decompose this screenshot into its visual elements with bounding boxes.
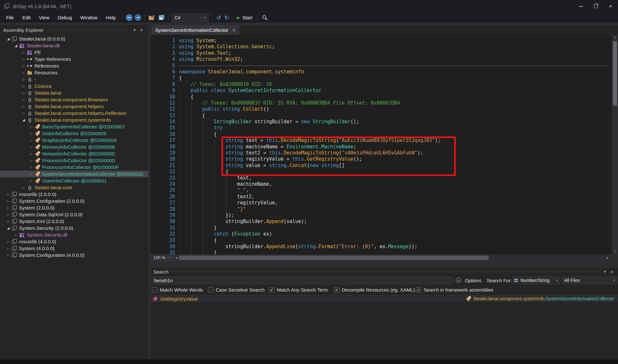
expander-icon[interactable]: ▷ (21, 58, 26, 61)
expander-icon[interactable]: ▷ (29, 166, 34, 169)
tree-item[interactable]: ▷GraphicsInfoCollector @0200000A (0, 137, 148, 144)
search-assemblies-icon[interactable] (262, 15, 267, 20)
tree-item[interactable]: ◢StealerJanai.dll (0, 42, 148, 49)
expander-icon[interactable]: ▷ (6, 206, 11, 210)
close-button[interactable]: × (603, 0, 618, 13)
expander-icon[interactable]: ▷ (29, 179, 34, 182)
scroll-down-icon[interactable]: ▼ (612, 249, 618, 254)
expander-icon[interactable]: ▷ (21, 51, 26, 54)
minimize-button[interactable] (574, 0, 588, 13)
tree-item[interactable]: ▷System.Security.dll (0, 231, 148, 238)
search-option-unchecked[interactable]: Match Whole Words (152, 286, 203, 294)
expander-icon[interactable]: ▷ (21, 186, 26, 189)
tree-item[interactable]: ▷UserInfoCollector @02000011 (0, 177, 148, 184)
panel-chevron-down-icon[interactable]: ▾ (131, 28, 138, 32)
expander-icon[interactable]: ◢ (6, 37, 11, 41)
expander-icon[interactable]: ▷ (29, 125, 34, 128)
panel-close-icon[interactable]: × (608, 269, 615, 275)
editor-horizontal-scrollbar[interactable] (179, 256, 605, 260)
expander-icon[interactable]: ▷ (29, 159, 34, 162)
options-collapse-icon[interactable]: ∧ (456, 277, 461, 283)
tree-item[interactable]: ▷System.Configuration (4.0.0.0) (0, 252, 148, 258)
expander-icon[interactable]: ▷ (6, 200, 11, 203)
expander-icon[interactable]: ◢ (14, 44, 18, 47)
save-all-button[interactable] (159, 15, 164, 20)
search-result-row[interactable]: GetRegistryValue StealerJanai.component.… (151, 295, 618, 302)
tree-item[interactable]: ▷DiskInfoCollector @02000008 (0, 130, 148, 137)
expander-icon[interactable]: ▷ (29, 132, 34, 135)
expander-icon[interactable]: ▷ (6, 220, 11, 223)
expander-icon[interactable]: ▷ (21, 78, 26, 81)
menu-help[interactable]: Help (102, 13, 120, 23)
menu-edit[interactable]: Edit (18, 13, 35, 23)
restore-button[interactable] (588, 0, 603, 13)
editor-vertical-scrollbar[interactable]: ▲ ▼ (612, 35, 618, 254)
expander-icon[interactable]: ▷ (14, 233, 18, 237)
expander-icon[interactable]: ▷ (6, 213, 11, 216)
navigate-back-button[interactable]: ← (126, 14, 133, 21)
tree-item[interactable]: ▷{}StealerJanai (0, 89, 148, 96)
navigate-forward-button[interactable]: → (135, 14, 141, 21)
tab-systemsecretinformationcollector[interactable]: SystemSecretInformationCollector × (151, 25, 239, 35)
tree-item[interactable]: ▷{}- (0, 76, 148, 83)
tree-item[interactable]: ▷MemoryInfoCollector @0200000B (0, 144, 148, 150)
expander-icon[interactable]: ▷ (6, 247, 11, 250)
expander-icon[interactable]: ◢ (6, 226, 11, 230)
expander-icon[interactable]: ▷ (6, 240, 11, 243)
undo-button[interactable]: ↺ (216, 14, 221, 21)
tree-item[interactable]: ▷BasicSystemInfoCollector @02000007 (0, 123, 148, 130)
expander-icon[interactable]: ▷ (21, 64, 26, 68)
vertical-scroll-thumb[interactable] (613, 41, 617, 106)
language-select[interactable]: C# ▾ (172, 14, 209, 22)
tree-item[interactable]: ▷mscorlib (4.0.0.0) (0, 238, 148, 245)
tree-item[interactable]: ▷ProcessorInfoCollector @0200000F (0, 164, 148, 171)
expander-icon[interactable]: ▷ (29, 152, 34, 155)
horizontal-scroll-thumb[interactable] (179, 256, 489, 260)
scroll-up-icon[interactable]: ▲ (612, 35, 618, 40)
tree-item[interactable]: ◢System.Security (2.0.0.0) (0, 225, 148, 231)
expander-icon[interactable]: ▷ (29, 139, 34, 142)
expander-icon[interactable]: ▷ (21, 71, 26, 74)
tab-close-icon[interactable]: × (233, 27, 236, 33)
tree-item[interactable]: ◢{}StealerJanai.component.systeminfo (0, 117, 148, 123)
scroll-left-icon[interactable]: ◀ (174, 255, 179, 260)
expander-icon[interactable]: ▷ (29, 145, 34, 149)
panel-chevron-down-icon[interactable]: ▾ (602, 269, 608, 274)
expander-icon[interactable]: ▷ (6, 193, 11, 196)
file-scope-select[interactable]: All Files ▾ (562, 276, 617, 284)
expander-icon[interactable]: ◢ (21, 118, 26, 122)
tree-item[interactable]: ▷ProcessInfoCollector @0200000D (0, 157, 148, 164)
tree-item[interactable]: ▷{}StealerJanai.core (0, 184, 148, 191)
zoom-level-select[interactable]: 100 % ▾ (151, 255, 173, 261)
tree-item[interactable]: ▷PE (0, 49, 148, 56)
open-file-button[interactable] (149, 15, 155, 20)
tree-item[interactable]: ▷Type References (0, 56, 148, 62)
tree-item[interactable]: ▷System.Configuration (2.0.0.0) (0, 198, 148, 204)
expander-icon[interactable]: ▷ (29, 173, 34, 176)
expander-icon[interactable]: ▷ (21, 98, 26, 101)
search-option-checked[interactable]: ✓Decompile Resources (eg. XAML) (334, 286, 415, 294)
code-editor[interactable]: 1using System;2using System.Collections.… (151, 35, 612, 254)
expander-icon[interactable]: ▷ (21, 91, 26, 95)
expander-icon[interactable]: ▷ (21, 105, 26, 108)
tree-item[interactable]: ▷Resources (0, 69, 148, 76)
menu-window[interactable]: Window (76, 13, 101, 23)
scroll-right-icon[interactable]: ▶ (605, 255, 610, 260)
start-debug-button[interactable]: ▶ Start (237, 15, 253, 20)
search-option-checked[interactable]: ✓Search in framework assemblies (416, 286, 493, 294)
tree-item[interactable]: ▷{}StealerJanai.component.Browsers (0, 96, 148, 103)
panel-close-icon[interactable]: × (138, 27, 145, 33)
tree-item[interactable]: ▷NetworkInfoCollector @0200000C (0, 150, 148, 157)
expander-icon[interactable]: ▷ (21, 85, 26, 88)
search-for-select[interactable]: Number/String ▾ (512, 276, 560, 284)
menu-debug[interactable]: Debug (53, 13, 76, 23)
expander-icon[interactable]: ▷ (21, 112, 26, 115)
tree-item[interactable]: ▷System (2.0.0.0) (0, 204, 148, 211)
tree-item[interactable]: ▷References (0, 62, 148, 69)
expander-icon[interactable]: ▷ (6, 254, 11, 257)
tree-item[interactable]: ▷{}StealerJanai.component.helpers.Reflec… (0, 110, 148, 117)
tree-item[interactable]: ▷System.Xml (2.0.0.0) (0, 218, 148, 225)
tree-item[interactable]: ▷System.Data.SqlXml (2.0.0.0) (0, 211, 148, 218)
search-input[interactable] (151, 276, 453, 284)
tree-item[interactable]: ▷{}StealerJanai.component.helpers (0, 103, 148, 110)
